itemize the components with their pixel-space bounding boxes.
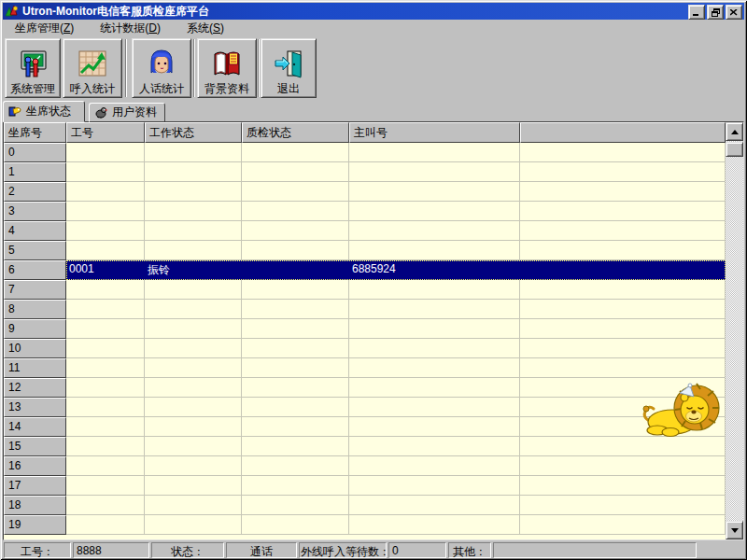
cell-qc-status[interactable] [242,515,349,535]
table-row[interactable]: 0 [4,143,726,162]
cell-work-status[interactable] [145,319,242,339]
system-management-button[interactable]: 系统管理 [5,38,61,98]
row-header-seat-number[interactable]: 15 [4,437,66,456]
cell-qc-status[interactable] [242,437,349,456]
cell-work-status[interactable] [145,515,242,535]
cell-agent-id[interactable] [66,515,145,535]
cell-filler[interactable] [520,143,726,162]
cell-caller-number[interactable] [349,202,520,221]
cell-agent-id[interactable] [66,339,145,358]
cell-qc-status[interactable] [242,398,349,417]
vertical-scrollbar[interactable] [726,122,743,539]
cell-filler[interactable] [520,398,726,417]
cell-caller-number[interactable] [349,162,520,182]
cell-qc-status[interactable] [242,260,349,280]
table-row[interactable]: 1 [4,162,726,182]
cell-filler[interactable] [520,456,726,476]
table-row[interactable]: 9 [4,319,726,339]
cell-filler[interactable] [520,182,726,202]
cell-filler[interactable] [520,358,726,378]
tab-user-info[interactable]: 用户资料 [89,103,165,122]
menu-seat-management[interactable]: 坐席管理Z [8,20,80,37]
cell-work-status[interactable] [145,437,242,456]
cell-caller-number[interactable] [349,241,520,260]
row-header-seat-number[interactable]: 1 [4,162,66,182]
minimize-button[interactable] [688,5,705,20]
cell-filler[interactable] [520,417,726,437]
cell-filler[interactable] [520,339,726,358]
cell-agent-id[interactable] [66,162,145,182]
row-header-seat-number[interactable]: 2 [4,182,66,202]
menu-statistics-data[interactable]: 统计数据D [93,20,167,37]
cell-work-status[interactable] [145,476,242,496]
cell-agent-id[interactable] [66,476,145,496]
row-header-seat-number[interactable]: 0 [4,143,66,162]
cell-caller-number[interactable] [349,456,520,476]
cell-work-status[interactable] [145,221,242,241]
row-header-seat-number[interactable]: 16 [4,456,66,476]
cell-work-status[interactable] [145,339,242,358]
cell-work-status[interactable] [145,358,242,378]
cell-qc-status[interactable] [242,300,349,319]
cell-work-status[interactable] [145,280,242,300]
cell-agent-id[interactable]: 0001 [66,260,145,280]
cell-qc-status[interactable] [242,358,349,378]
row-header-seat-number[interactable]: 11 [4,358,66,378]
row-header-seat-number[interactable]: 10 [4,339,66,358]
row-header-seat-number[interactable]: 12 [4,378,66,398]
cell-agent-id[interactable] [66,456,145,476]
cell-qc-status[interactable] [242,496,349,515]
row-header-seat-number[interactable]: 19 [4,515,66,535]
cell-qc-status[interactable] [242,456,349,476]
cell-caller-number[interactable]: 6885924 [349,260,520,280]
cell-filler[interactable] [520,241,726,260]
cell-filler[interactable] [520,476,726,496]
cell-qc-status[interactable] [242,241,349,260]
cell-caller-number[interactable] [349,339,520,358]
cell-caller-number[interactable] [349,398,520,417]
cell-filler[interactable] [520,221,726,241]
cell-agent-id[interactable] [66,417,145,437]
cell-work-status[interactable] [145,378,242,398]
cell-filler[interactable] [520,496,726,515]
cell-agent-id[interactable] [66,358,145,378]
cell-filler[interactable] [520,280,726,300]
cell-filler[interactable] [520,300,726,319]
table-row[interactable]: 12 [4,378,726,398]
cell-caller-number[interactable] [349,358,520,378]
row-header-seat-number[interactable]: 8 [4,300,66,319]
cell-caller-number[interactable] [349,319,520,339]
incoming-call-stats-button[interactable]: 呼入统计 [63,38,122,98]
cell-work-status[interactable] [145,456,242,476]
cell-filler[interactable] [520,319,726,339]
cell-work-status[interactable] [145,162,242,182]
cell-caller-number[interactable] [349,417,520,437]
cell-agent-id[interactable] [66,202,145,221]
cell-qc-status[interactable] [242,162,349,182]
row-header-seat-number[interactable]: 7 [4,280,66,300]
cell-filler[interactable] [520,437,726,456]
cell-agent-id[interactable] [66,280,145,300]
scroll-up-button[interactable] [726,122,743,141]
cell-qc-status[interactable] [242,417,349,437]
cell-caller-number[interactable] [349,378,520,398]
table-row[interactable]: 8 [4,300,726,319]
restore-button[interactable] [707,5,724,20]
table-row[interactable]: 7 [4,280,726,300]
cell-agent-id[interactable] [66,221,145,241]
cell-agent-id[interactable] [66,319,145,339]
cell-work-status[interactable] [145,202,242,221]
cell-agent-id[interactable] [66,378,145,398]
cell-agent-id[interactable] [66,496,145,515]
agent-speech-stats-button[interactable]: 人话统计 [132,38,191,98]
table-row[interactable]: 15 [4,437,726,456]
cell-agent-id[interactable] [66,182,145,202]
cell-caller-number[interactable] [349,515,520,535]
table-row[interactable]: 13 [4,398,726,417]
table-row[interactable]: 10 [4,339,726,358]
cell-caller-number[interactable] [349,182,520,202]
table-row[interactable]: 18 [4,496,726,515]
cell-qc-status[interactable] [242,280,349,300]
cell-qc-status[interactable] [242,202,349,221]
cell-work-status[interactable] [145,182,242,202]
